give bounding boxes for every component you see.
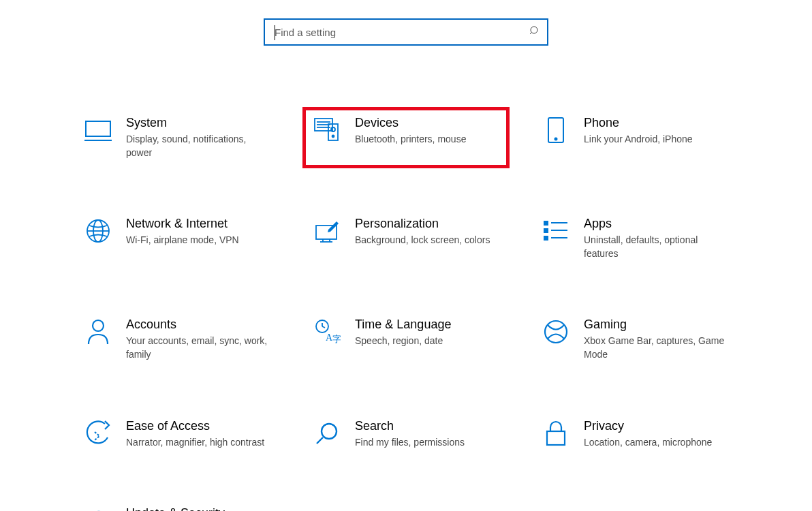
personalization-icon <box>313 217 341 245</box>
tile-title: Accounts <box>126 318 270 332</box>
svg-point-10 <box>331 127 335 131</box>
svg-rect-3 <box>86 121 110 136</box>
tile-subtitle: Narrator, magnifier, high contrast <box>126 436 270 450</box>
search-box[interactable] <box>264 18 548 46</box>
globe-icon <box>84 217 112 245</box>
svg-line-30 <box>322 326 325 328</box>
lock-icon <box>542 419 570 448</box>
svg-point-33 <box>545 321 567 343</box>
tile-title: Update & Security <box>126 506 270 511</box>
tile-system[interactable]: System Display, sound, notifications, po… <box>74 107 281 168</box>
tile-subtitle: Uninstall, defaults, optional features <box>584 234 728 260</box>
svg-point-27 <box>93 320 104 331</box>
update-icon <box>84 506 112 511</box>
svg-line-2 <box>530 33 532 35</box>
tile-phone[interactable]: Phone Link your Android, iPhone <box>531 107 738 168</box>
tile-subtitle: Wi-Fi, airplane mode, VPN <box>126 234 270 247</box>
tile-time-language[interactable]: A 字 Time & Language Speech, region, date <box>302 309 510 370</box>
person-icon <box>84 318 112 346</box>
tile-title: Privacy <box>584 419 728 433</box>
svg-line-35 <box>317 437 323 444</box>
svg-text:字: 字 <box>332 334 341 344</box>
system-icon <box>84 116 112 144</box>
svg-point-11 <box>332 136 334 138</box>
apps-icon <box>542 217 570 245</box>
tile-subtitle: Find my files, permissions <box>355 436 499 450</box>
svg-line-1 <box>531 27 537 33</box>
tile-apps[interactable]: Apps Uninstall, defaults, optional featu… <box>531 208 738 269</box>
phone-icon <box>542 116 570 144</box>
tile-accounts[interactable]: Accounts Your accounts, email, sync, wor… <box>74 309 281 370</box>
tile-search[interactable]: Search Find my files, permissions <box>302 410 510 459</box>
tile-title: Search <box>355 419 499 433</box>
tile-subtitle: Display, sound, notifications, power <box>126 133 270 159</box>
tile-title: Network & Internet <box>126 217 270 231</box>
gaming-icon <box>542 318 570 346</box>
tile-title: Phone <box>584 116 728 130</box>
tile-title: Personalization <box>355 217 499 231</box>
tile-subtitle: Background, lock screen, colors <box>355 234 499 247</box>
tile-privacy[interactable]: Privacy Location, camera, microphone <box>531 410 738 459</box>
search-icon <box>529 25 540 39</box>
tile-subtitle: Link your Android, iPhone <box>584 133 728 146</box>
svg-point-34 <box>322 424 337 439</box>
tile-title: Apps <box>584 217 728 231</box>
tile-subtitle: Bluetooth, printers, mouse <box>355 133 499 146</box>
svg-point-13 <box>555 138 557 140</box>
tile-subtitle: Your accounts, email, sync, work, family <box>126 335 270 361</box>
tile-title: Time & Language <box>355 318 499 332</box>
tile-gaming[interactable]: Gaming Xbox Game Bar, captures, Game Mod… <box>531 309 738 370</box>
tile-personalization[interactable]: Personalization Background, lock screen,… <box>302 208 510 269</box>
tile-devices[interactable]: Devices Bluetooth, printers, mouse <box>302 107 510 168</box>
tile-title: Ease of Access <box>126 419 270 433</box>
tile-title: Devices <box>355 116 499 130</box>
search-input[interactable] <box>275 27 529 38</box>
tile-network[interactable]: Network & Internet Wi-Fi, airplane mode,… <box>74 208 281 269</box>
tile-title: System <box>126 116 270 130</box>
svg-rect-21 <box>544 221 548 225</box>
svg-rect-36 <box>547 431 565 445</box>
tile-ease-of-access[interactable]: Ease of Access Narrator, magnifier, high… <box>74 410 281 459</box>
search-container <box>0 0 812 46</box>
devices-icon <box>313 116 341 144</box>
tile-title: Gaming <box>584 318 728 332</box>
text-caret <box>275 25 275 40</box>
tile-subtitle: Speech, region, date <box>355 335 499 348</box>
tile-subtitle: Location, camera, microphone <box>584 436 728 450</box>
svg-rect-22 <box>544 229 548 232</box>
ease-of-access-icon <box>84 419 112 448</box>
tile-subtitle: Xbox Game Bar, captures, Game Mode <box>584 335 728 361</box>
settings-grid: System Display, sound, notifications, po… <box>0 46 812 511</box>
tile-update-security[interactable]: Update & Security Windows Update, recove… <box>74 497 281 511</box>
magnifier-icon <box>313 419 341 448</box>
time-language-icon: A 字 <box>313 318 341 346</box>
svg-rect-23 <box>544 236 548 240</box>
